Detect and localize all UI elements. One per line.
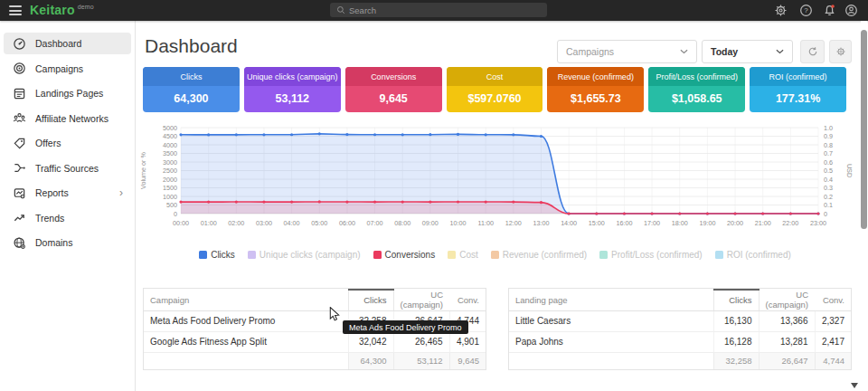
row-value-cell: 13,281 bbox=[759, 331, 815, 352]
domains-icon bbox=[13, 236, 26, 250]
user-account-icon[interactable] bbox=[844, 4, 858, 17]
chevron-down-icon bbox=[680, 49, 688, 54]
svg-text:1.0: 1.0 bbox=[824, 124, 833, 132]
sidebar-item-campaigns[interactable]: Campaigns bbox=[4, 58, 131, 80]
svg-text:03:00: 03:00 bbox=[256, 219, 272, 227]
legend-item-cost[interactable]: Cost bbox=[448, 250, 478, 260]
metric-label: ROI (confirmed) bbox=[750, 67, 846, 86]
svg-text:04:00: 04:00 bbox=[284, 219, 300, 227]
legend-item-conversions[interactable]: Conversions bbox=[373, 250, 436, 260]
sidebar-item-reports[interactable]: Reports› bbox=[4, 182, 131, 204]
svg-text:1500: 1500 bbox=[163, 184, 177, 192]
app-logo[interactable]: Keitarodemo bbox=[30, 3, 94, 17]
traffic-chart[interactable]: 00:0001:0002:0003:0004:0005:0006:0007:00… bbox=[136, 120, 854, 247]
totals-row: 64,30053,1129,645 bbox=[144, 352, 486, 369]
svg-text:21:00: 21:00 bbox=[755, 219, 771, 227]
metric-value: $597.0760 bbox=[447, 86, 543, 112]
sidebar-item-domains[interactable]: Domains bbox=[4, 232, 131, 253]
legend-item-clicks[interactable]: Clicks bbox=[199, 250, 235, 260]
legend-item-roi-confirmed[interactable]: ROI (confirmed) bbox=[715, 250, 791, 260]
dashboard-settings-button[interactable] bbox=[829, 40, 852, 63]
legend-label: Profit/Loss (confirmed) bbox=[611, 250, 703, 260]
svg-text:16:00: 16:00 bbox=[616, 219, 632, 227]
dashboard-icon bbox=[13, 37, 26, 51]
metric-value: 64,300 bbox=[143, 86, 240, 112]
search-input[interactable] bbox=[349, 5, 530, 15]
metric-card-unique-clicks-campaign: Unique clicks (campaign)53,112 bbox=[244, 67, 341, 112]
column-header-clicks[interactable]: Clicks bbox=[713, 290, 759, 310]
landings-icon bbox=[13, 87, 26, 100]
refresh-button[interactable] bbox=[800, 40, 825, 63]
sidebar-item-dashboard[interactable]: Dashboard bbox=[4, 33, 131, 54]
scroll-down-arrow-icon[interactable] bbox=[851, 383, 858, 388]
svg-text:1000: 1000 bbox=[163, 193, 177, 201]
sidebar-item-trends[interactable]: Trends bbox=[4, 207, 131, 229]
column-header-conv[interactable]: Conv. bbox=[449, 290, 486, 310]
legend-swatch bbox=[599, 251, 608, 259]
column-header-landing-page[interactable]: Landing page bbox=[509, 290, 713, 310]
svg-text:18:00: 18:00 bbox=[672, 219, 688, 227]
notifications-bell-icon[interactable] bbox=[823, 4, 836, 17]
svg-text:2500: 2500 bbox=[163, 167, 177, 175]
scrollbar-thumb[interactable] bbox=[861, 30, 867, 229]
legend-swatch bbox=[373, 251, 382, 259]
column-header-campaign[interactable]: Campaign bbox=[144, 290, 348, 310]
svg-text:3000: 3000 bbox=[163, 158, 177, 167]
svg-text:17:00: 17:00 bbox=[644, 219, 660, 227]
date-range-select[interactable]: Today bbox=[702, 40, 793, 63]
sidebar-item-traffic-sources[interactable]: Traffic Sources bbox=[4, 157, 131, 179]
total-cell: 53,112 bbox=[393, 352, 449, 369]
row-value-cell: 16,130 bbox=[713, 310, 759, 331]
svg-text:19:00: 19:00 bbox=[699, 219, 715, 227]
svg-text:2000: 2000 bbox=[163, 176, 177, 184]
settings-gear-icon[interactable] bbox=[774, 4, 788, 17]
sidebar-item-label: Campaigns bbox=[35, 63, 83, 74]
global-search[interactable] bbox=[330, 3, 547, 17]
campaigns-icon bbox=[13, 62, 26, 75]
row-name-cell[interactable]: Papa Johns bbox=[509, 331, 713, 352]
row-name-cell[interactable]: Meta Ads Food Delivery Promo bbox=[144, 310, 348, 331]
svg-text:05:00: 05:00 bbox=[311, 219, 327, 227]
table-row[interactable]: Papa Johns16,12813,2812,417 bbox=[509, 331, 851, 352]
svg-text:5000: 5000 bbox=[163, 124, 177, 132]
table-row[interactable]: Google Ads Fitness App Split32,04226,465… bbox=[144, 331, 486, 352]
campaigns-filter-select[interactable]: Campaigns bbox=[557, 40, 697, 63]
svg-text:0.1: 0.1 bbox=[824, 201, 833, 209]
svg-text:0.6: 0.6 bbox=[824, 158, 833, 167]
metric-value: $1,058.65 bbox=[648, 86, 745, 112]
row-value-cell: 4,901 bbox=[449, 331, 486, 352]
total-cell: 4,744 bbox=[815, 352, 851, 369]
chart-legend: ClicksUnique clicks (campaign)Conversion… bbox=[136, 247, 854, 262]
metric-card-cost: Cost$597.0760 bbox=[447, 67, 543, 112]
help-icon[interactable]: ? bbox=[799, 4, 813, 17]
row-name-cell[interactable]: Little Caesars bbox=[509, 310, 713, 331]
svg-text:07:00: 07:00 bbox=[367, 219, 383, 227]
svg-text:0.5: 0.5 bbox=[824, 167, 833, 175]
main-content: Dashboard Campaigns Today Clicks64,300Un… bbox=[136, 21, 854, 391]
legend-item-profit-loss-confirmed[interactable]: Profit/Loss (confirmed) bbox=[599, 250, 703, 260]
svg-text:500: 500 bbox=[166, 201, 177, 209]
row-name-cell[interactable]: Google Ads Fitness App Split bbox=[144, 331, 348, 352]
reports-icon bbox=[13, 186, 26, 200]
column-header-clicks[interactable]: Clicks bbox=[348, 290, 393, 310]
total-cell: 26,647 bbox=[759, 352, 815, 369]
data-table: Landing pageClicksUC (campaign)Conv.Litt… bbox=[509, 289, 851, 369]
column-header-uc-campaign[interactable]: UC (campaign) bbox=[759, 290, 815, 310]
trends-icon bbox=[13, 211, 26, 224]
sidebar-item-affiliate-networks[interactable]: Affiliate Networks bbox=[4, 108, 131, 129]
sidebar-item-label: Traffic Sources bbox=[35, 163, 99, 174]
sidebar-item-landings-pages[interactable]: Landings Pages bbox=[4, 82, 131, 104]
table-row[interactable]: Little Caesars16,13013,3662,327 bbox=[509, 310, 851, 331]
column-header-uc-campaign[interactable]: UC (campaign) bbox=[393, 290, 449, 310]
sidebar-item-label: Reports bbox=[35, 187, 69, 198]
menu-toggle-icon[interactable] bbox=[9, 5, 22, 15]
column-header-conv[interactable]: Conv. bbox=[815, 290, 851, 310]
search-icon bbox=[336, 5, 345, 14]
legend-label: Clicks bbox=[211, 250, 235, 260]
legend-item-unique-clicks-campaign[interactable]: Unique clicks (campaign) bbox=[248, 250, 361, 260]
sidebar-item-offers[interactable]: Offers bbox=[4, 132, 131, 154]
legend-item-revenue-confirmed[interactable]: Revenue (confirmed) bbox=[491, 250, 587, 260]
metric-label: Profit/Loss (confirmed) bbox=[648, 67, 745, 86]
top-bar: Keitarodemo ? bbox=[0, 0, 868, 21]
row-value-cell: 13,366 bbox=[759, 310, 815, 331]
